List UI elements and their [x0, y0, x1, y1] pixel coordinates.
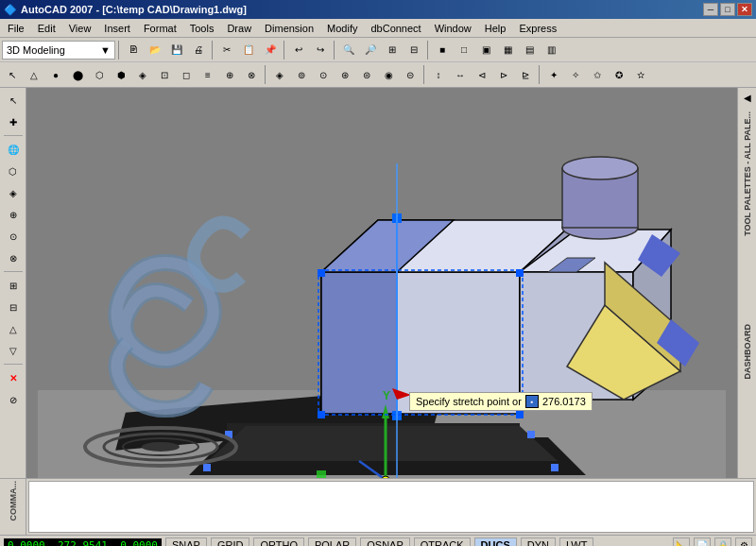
canvas-area[interactable]: X Y Specify stretch point or ▪ 276.0173 — [26, 88, 737, 478]
lt-btn-2[interactable]: ✚ — [3, 111, 24, 132]
tb-btn-14[interactable]: ■ — [432, 40, 453, 60]
toolbar-area: 3D Modeling ▼ 🖹 📂 💾 🖨 ✂ 📋 📌 ↩ ↪ 🔍 🔎 ⊞ ⊟ … — [0, 38, 756, 88]
menu-modify[interactable]: Modify — [321, 21, 363, 36]
tb2-btn-17[interactable]: ⊜ — [356, 64, 377, 85]
tb-btn-10[interactable]: 🔍 — [338, 40, 359, 60]
menu-insert[interactable]: Insert — [98, 21, 136, 36]
tb2-btn-12[interactable]: ⊗ — [241, 64, 262, 85]
menu-window[interactable]: Window — [429, 21, 477, 36]
lt-btn-10[interactable]: ⊟ — [3, 297, 24, 317]
lwt-button[interactable]: LWT — [559, 537, 593, 547]
status-model-icon[interactable]: 📐 — [673, 537, 690, 547]
status-lock-icon[interactable]: 🔒 — [714, 537, 731, 547]
tb-btn-7[interactable]: 📌 — [260, 40, 281, 60]
tb-btn-11[interactable]: 🔎 — [360, 40, 381, 60]
dashboard-label[interactable]: DASHBOARD — [743, 324, 752, 380]
status-settings-icon[interactable]: ⚙ — [735, 537, 752, 547]
app-icon: 🔷 — [4, 4, 17, 16]
tb2-btn-24[interactable]: ⊵ — [515, 64, 536, 85]
tb2-btn-5[interactable]: ⬡ — [89, 64, 110, 85]
grid-button[interactable]: GRID — [211, 537, 250, 547]
tb-btn-3[interactable]: 💾 — [166, 40, 187, 60]
dyn-button[interactable]: DYN — [521, 537, 556, 547]
tb2-btn-11[interactable]: ⊕ — [219, 64, 240, 85]
tb2-btn-10[interactable]: ≡ — [198, 64, 218, 85]
tb2-btn-20[interactable]: ↕ — [428, 64, 449, 85]
right-panel-arrow-btn[interactable]: ◀ — [740, 90, 755, 105]
tb2-btn-22[interactable]: ⊲ — [472, 64, 492, 85]
tb2-btn-9[interactable]: ◻ — [176, 64, 197, 85]
tb-btn-16[interactable]: ▣ — [475, 40, 496, 60]
tb2-btn-29[interactable]: ✫ — [630, 64, 651, 85]
tb-btn-2[interactable]: 📂 — [145, 40, 165, 60]
lt-btn-12[interactable]: ▽ — [3, 340, 24, 361]
lt-btn-6[interactable]: ⊕ — [3, 204, 24, 225]
menu-view[interactable]: View — [63, 21, 97, 36]
tool-palettes-label[interactable]: TOOL PALETTES - ALL PALE... — [743, 111, 752, 236]
maximize-button[interactable]: □ — [720, 3, 735, 16]
tb2-btn-26[interactable]: ✧ — [565, 64, 586, 85]
minimize-button[interactable]: ─ — [703, 3, 718, 16]
tb2-btn-2[interactable]: △ — [24, 64, 44, 85]
tb2-btn-13[interactable]: ◈ — [269, 64, 290, 85]
lt-btn-8[interactable]: ⊗ — [3, 247, 24, 268]
tb2-btn-1[interactable]: ↖ — [2, 64, 23, 85]
tb2-btn-6[interactable]: ⬢ — [111, 64, 131, 85]
tb2-btn-18[interactable]: ◉ — [378, 64, 399, 85]
otrack-button[interactable]: OTRACK — [414, 537, 471, 547]
workspace-combo[interactable]: 3D Modeling ▼ — [2, 41, 115, 60]
osnap-button[interactable]: OSNAP — [360, 537, 410, 547]
snap-button[interactable]: SNAP — [165, 537, 207, 547]
tb-btn-8[interactable]: ↩ — [288, 40, 309, 60]
status-paper-icon[interactable]: 📄 — [694, 537, 711, 547]
command-text-area[interactable] — [28, 481, 754, 533]
tb2-btn-8[interactable]: ⊡ — [154, 64, 175, 85]
tb-btn-4[interactable]: 🖨 — [188, 40, 209, 60]
tb-btn-18[interactable]: ▤ — [519, 40, 540, 60]
tb-btn-6[interactable]: 📋 — [238, 40, 259, 60]
tb2-btn-21[interactable]: ↔ — [450, 64, 471, 85]
tb2-btn-27[interactable]: ✩ — [587, 64, 608, 85]
lt-btn-13[interactable]: ✕ — [3, 367, 24, 388]
tb-btn-17[interactable]: ▦ — [497, 40, 518, 60]
lt-btn-14[interactable]: ⊘ — [3, 389, 24, 410]
tb-btn-19[interactable]: ▥ — [541, 40, 561, 60]
lt-btn-4[interactable]: ⬡ — [3, 161, 24, 181]
tb2-btn-4[interactable]: ⬤ — [67, 64, 88, 85]
menu-tools[interactable]: Tools — [184, 21, 220, 36]
tb-btn-5[interactable]: ✂ — [216, 40, 237, 60]
menu-help[interactable]: Help — [479, 21, 512, 36]
tb2-btn-7[interactable]: ◈ — [132, 64, 153, 85]
menu-draw[interactable]: Draw — [221, 21, 257, 36]
menu-express[interactable]: Express — [513, 21, 562, 36]
tb2-btn-23[interactable]: ⊳ — [493, 64, 514, 85]
menu-edit[interactable]: Edit — [32, 21, 61, 36]
svg-point-34 — [142, 442, 180, 452]
close-button[interactable]: ✕ — [737, 3, 752, 16]
lt-btn-5[interactable]: ◈ — [3, 182, 24, 203]
ducs-button[interactable]: DUCS — [474, 537, 517, 547]
tb2-btn-28[interactable]: ✪ — [609, 64, 629, 85]
tb-btn-12[interactable]: ⊞ — [382, 40, 403, 60]
tb2-btn-19[interactable]: ⊝ — [400, 64, 421, 85]
tb2-btn-3[interactable]: ● — [45, 64, 66, 85]
tb2-btn-16[interactable]: ⊛ — [335, 64, 355, 85]
tb-btn-1[interactable]: 🖹 — [123, 40, 144, 60]
lt-btn-11[interactable]: △ — [3, 318, 24, 339]
tb-btn-15[interactable]: □ — [454, 40, 474, 60]
tb2-btn-14[interactable]: ⊚ — [291, 64, 312, 85]
tb-btn-13[interactable]: ⊟ — [404, 40, 424, 60]
menu-dbconnect[interactable]: dbConnect — [365, 21, 426, 36]
tb-btn-9[interactable]: ↪ — [310, 40, 331, 60]
tb2-btn-25[interactable]: ✦ — [543, 64, 564, 85]
menu-format[interactable]: Format — [138, 21, 182, 36]
lt-btn-3[interactable]: 🌐 — [3, 139, 24, 160]
lt-select-tool[interactable]: ↖ — [3, 90, 24, 111]
lt-btn-7[interactable]: ⊙ — [3, 226, 24, 247]
menu-file[interactable]: File — [2, 21, 30, 36]
lt-btn-9[interactable]: ⊞ — [3, 275, 24, 296]
ortho-button[interactable]: ORTHO — [253, 537, 304, 547]
menu-dimension[interactable]: Dimension — [259, 21, 319, 36]
tb2-btn-15[interactable]: ⊙ — [313, 64, 334, 85]
polar-button[interactable]: POLAR — [308, 537, 356, 547]
